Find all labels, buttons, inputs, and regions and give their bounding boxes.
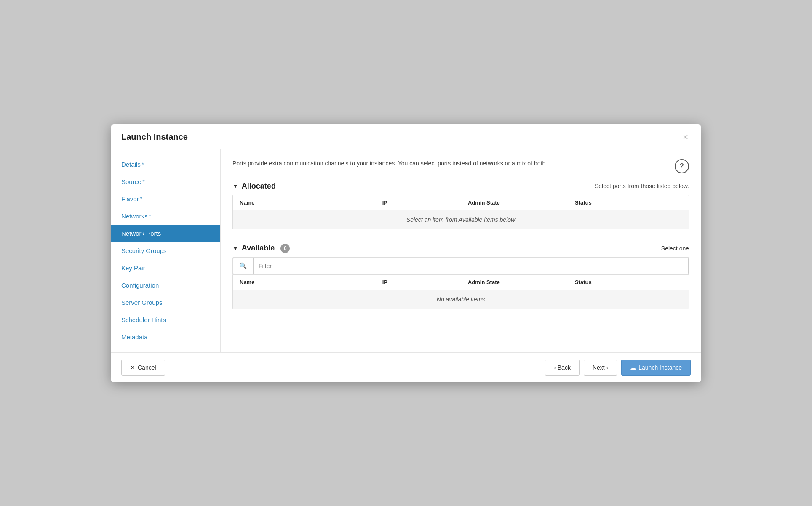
allocated-header: ▼ Allocated Select ports from those list… xyxy=(232,182,689,191)
col-ip: IP xyxy=(382,279,468,285)
sidebar-item-label: Scheduler Hints xyxy=(121,316,166,323)
sidebar-item-label: Flavor xyxy=(121,195,139,202)
sidebar-item-label: Metadata xyxy=(121,333,148,341)
sidebar-item-label: Server Groups xyxy=(121,299,163,306)
sidebar-item-flavor[interactable]: Flavor * xyxy=(111,190,220,208)
main-content: Ports provide extra communication channe… xyxy=(221,149,701,352)
filter-container: 🔍 xyxy=(232,257,689,275)
close-button[interactable]: × xyxy=(680,132,691,143)
sidebar-item-label: Networks xyxy=(121,213,148,220)
sidebar-item-label: Key Pair xyxy=(121,264,145,272)
required-indicator: * xyxy=(143,178,145,185)
cancel-icon: ✕ xyxy=(130,364,135,371)
available-empty-message: No available items xyxy=(233,290,689,309)
back-label: ‹ Back xyxy=(554,364,571,371)
help-button[interactable]: ? xyxy=(675,159,689,173)
col-name: Name xyxy=(240,279,382,285)
col-admin-state: Admin State xyxy=(468,279,575,285)
launch-instance-modal: Launch Instance × Details * Source * Fla… xyxy=(111,124,701,382)
sidebar-item-label: Details xyxy=(121,161,141,168)
required-indicator: * xyxy=(142,161,144,168)
available-title: ▼ Available 0 xyxy=(232,244,290,253)
sidebar-item-metadata[interactable]: Metadata xyxy=(111,328,220,346)
allocated-hint: Select ports from those listed below. xyxy=(595,183,689,189)
available-table-header: Name IP Admin State Status xyxy=(233,275,689,290)
cancel-label: Cancel xyxy=(138,364,156,371)
allocated-section: ▼ Allocated Select ports from those list… xyxy=(232,182,689,240)
sidebar-item-networks[interactable]: Networks * xyxy=(111,208,220,225)
modal-header: Launch Instance × xyxy=(111,124,701,149)
launch-label: Launch Instance xyxy=(638,364,682,371)
col-status: Status xyxy=(575,200,682,206)
chevron-down-icon: ▼ xyxy=(232,183,238,189)
sidebar-item-server-groups[interactable]: Server Groups xyxy=(111,294,220,311)
allocated-table: Name IP Admin State Status Select an ite… xyxy=(232,195,689,229)
sidebar-item-scheduler-hints[interactable]: Scheduler Hints xyxy=(111,311,220,328)
sidebar-item-key-pair[interactable]: Key Pair xyxy=(111,259,220,277)
next-label: Next › xyxy=(593,364,608,371)
col-admin-state: Admin State xyxy=(468,200,575,206)
filter-input[interactable] xyxy=(254,258,688,274)
col-name: Name xyxy=(240,200,382,206)
launch-instance-button[interactable]: ☁ Launch Instance xyxy=(621,360,691,376)
available-count-badge: 0 xyxy=(280,244,290,253)
available-section: ▼ Available 0 Select one 🔍 xyxy=(232,240,689,309)
filter-search-button[interactable]: 🔍 xyxy=(233,258,254,274)
footer-left: ✕ Cancel xyxy=(121,360,165,376)
sidebar: Details * Source * Flavor * Networks * N… xyxy=(111,149,221,352)
cancel-button[interactable]: ✕ Cancel xyxy=(121,360,165,376)
modal-title: Launch Instance xyxy=(121,132,188,142)
select-one-hint: Select one xyxy=(661,245,689,252)
allocated-title: ▼ Allocated xyxy=(232,182,276,191)
chevron-down-icon: ▼ xyxy=(232,245,238,252)
sidebar-item-network-ports[interactable]: Network Ports xyxy=(111,225,220,242)
col-status: Status xyxy=(575,279,682,285)
available-table: Name IP Admin State Status No available … xyxy=(232,275,689,309)
next-button[interactable]: Next › xyxy=(584,360,617,376)
sidebar-item-label: Configuration xyxy=(121,282,159,289)
search-icon: 🔍 xyxy=(239,262,247,270)
back-button[interactable]: ‹ Back xyxy=(545,360,580,376)
sidebar-item-configuration[interactable]: Configuration xyxy=(111,277,220,294)
sidebar-item-label: Security Groups xyxy=(121,247,167,254)
cloud-upload-icon: ☁ xyxy=(630,364,636,371)
required-indicator: * xyxy=(149,213,151,219)
allocated-table-header: Name IP Admin State Status xyxy=(233,195,689,210)
required-indicator: * xyxy=(140,196,142,202)
description-text: Ports provide extra communication channe… xyxy=(232,159,547,168)
available-header: ▼ Available 0 Select one xyxy=(232,244,689,253)
filter-row: 🔍 xyxy=(233,258,689,274)
col-ip: IP xyxy=(382,200,468,206)
allocated-empty-message: Select an item from Available items belo… xyxy=(233,210,689,229)
modal-body: Details * Source * Flavor * Networks * N… xyxy=(111,149,701,352)
description-row: Ports provide extra communication channe… xyxy=(232,159,689,173)
sidebar-item-label: Source xyxy=(121,178,142,185)
sidebar-item-security-groups[interactable]: Security Groups xyxy=(111,242,220,259)
sidebar-item-label: Network Ports xyxy=(121,230,161,237)
sidebar-item-details[interactable]: Details * xyxy=(111,156,220,173)
sidebar-item-source[interactable]: Source * xyxy=(111,173,220,190)
modal-footer: ✕ Cancel ‹ Back Next › ☁ Launch Instance xyxy=(111,352,701,382)
footer-right: ‹ Back Next › ☁ Launch Instance xyxy=(545,360,691,376)
